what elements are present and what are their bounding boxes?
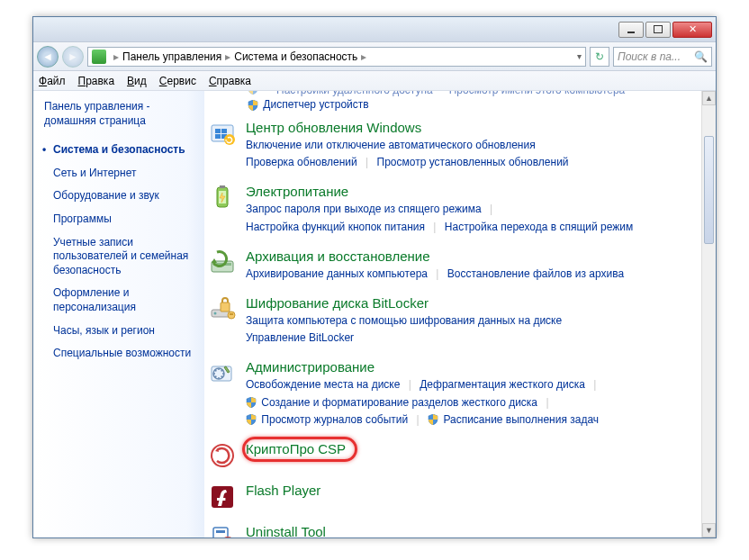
flash-icon <box>208 483 237 511</box>
category-power: Электропитание Запрос пароля при выходе … <box>208 184 701 235</box>
link-power-buttons[interactable]: Настройка функций кнопок питания <box>246 221 425 233</box>
svg-rect-9 <box>221 303 230 312</box>
uninstall-icon <box>208 524 237 537</box>
minimize-button[interactable] <box>618 22 644 38</box>
link-backup-data[interactable]: Архивирование данных компьютера <box>246 267 428 280</box>
svg-point-8 <box>214 312 217 314</box>
sidebar-item-users[interactable]: Учетные записи пользователей и семейная … <box>44 231 194 283</box>
breadcrumb-sep: ▸ <box>225 50 230 63</box>
cutoff-row: Настройки удаленного доступа Просмотр им… <box>208 91 701 96</box>
category-flash: Flash Player <box>208 483 701 511</box>
link-bitlocker-manage[interactable]: Управление BitLocker <box>246 331 354 344</box>
sidebar: Панель управления - домашняя страница Си… <box>33 91 204 537</box>
breadcrumb-sep: ▸ <box>113 50 119 63</box>
menu-tools[interactable]: Сервис <box>159 75 196 87</box>
link-pwd-wake[interactable]: Запрос пароля при выходе из спящего режи… <box>246 203 482 215</box>
sidebar-item-accessibility[interactable]: Специальные возможности <box>44 342 194 366</box>
navigation-bar: ◄ ► ▸ Панель управления ▸ Система и безо… <box>33 42 716 71</box>
link-auto-update[interactable]: Включение или отключение автоматического… <box>246 139 536 151</box>
address-dropdown[interactable]: ▾ <box>577 51 582 61</box>
menu-view[interactable]: Вид <box>127 75 147 87</box>
sidebar-item-appearance[interactable]: Оформление и персонализация <box>44 282 194 319</box>
link-check-updates[interactable]: Проверка обновлений <box>246 156 357 168</box>
control-panel-icon <box>92 50 106 64</box>
svg-rect-17 <box>216 530 225 533</box>
sidebar-item-network[interactable]: Сеть и Интернет <box>44 162 194 185</box>
breadcrumb-current[interactable]: Система и безопасность <box>234 50 357 63</box>
category-title[interactable]: Центр обновления Windows <box>246 120 701 135</box>
search-icon: 🔍 <box>694 50 708 63</box>
category-uninstall: Uninstall Tool <box>208 524 701 537</box>
window-body: Панель управления - домашняя страница Си… <box>33 91 716 537</box>
scroll-thumb[interactable] <box>704 136 714 244</box>
category-title[interactable]: Uninstall Tool <box>246 524 701 537</box>
menu-help[interactable]: Справка <box>209 75 251 87</box>
admin-icon <box>208 359 237 388</box>
link-sleep-mode[interactable]: Настройка перехода в спящий режим <box>445 221 633 233</box>
sidebar-item-system-security[interactable]: Система и безопасность <box>44 139 194 162</box>
search-input[interactable]: Поиск в па... 🔍 <box>613 47 712 67</box>
scroll-up-button[interactable]: ▲ <box>702 91 716 105</box>
svg-rect-3 <box>220 185 225 188</box>
search-placeholder: Поиск в па... <box>618 50 681 63</box>
scroll-down-button[interactable]: ▼ <box>702 523 716 537</box>
shield-icon <box>246 414 257 425</box>
link-free-space[interactable]: Освобождение места на диске <box>246 378 400 391</box>
menu-file[interactable]: Файл <box>39 75 66 87</box>
bitlocker-icon <box>208 295 237 324</box>
category-title[interactable]: Архивация и восстановление <box>246 248 701 264</box>
svg-rect-11 <box>230 313 233 315</box>
link-task-schedule[interactable]: Расписание выполнения задач <box>443 413 599 426</box>
category-title[interactable]: Электропитание <box>246 184 701 199</box>
link-defrag[interactable]: Дефрагментация жесткого диска <box>420 378 585 391</box>
link-compname[interactable]: Просмотр имени этого компьютера <box>449 91 626 96</box>
link-view-updates[interactable]: Просмотр установленных обновлений <box>377 156 569 168</box>
address-bar[interactable]: ▸ Панель управления ▸ Система и безопасн… <box>87 47 586 67</box>
cryptopro-icon <box>208 441 237 470</box>
menu-edit[interactable]: Правка <box>78 75 115 87</box>
link-restore-files[interactable]: Восстановление файлов из архива <box>447 267 624 280</box>
category-backup: Архивация и восстановление Архивирование… <box>208 248 701 283</box>
category-admin: Администрирование Освобождение места на … <box>208 359 701 429</box>
category-cryptopro: КриптоПро CSP <box>208 441 701 470</box>
sidebar-home-link[interactable]: Панель управления - домашняя страница <box>44 100 194 128</box>
category-title[interactable]: Шифрование диска BitLocker <box>246 295 701 311</box>
link-remote[interactable]: Настройки удаленного доступа <box>276 91 433 96</box>
titlebar: ✕ <box>33 17 716 42</box>
control-panel-window: ✕ ◄ ► ▸ Панель управления ▸ Система и бе… <box>32 16 717 538</box>
cutoff-row2: Диспетчер устройств <box>208 98 701 111</box>
backup-icon <box>208 248 237 277</box>
shield-icon <box>428 414 438 425</box>
refresh-button[interactable]: ↻ <box>590 47 609 67</box>
back-button[interactable]: ◄ <box>37 46 59 68</box>
category-title-cryptopro[interactable]: КриптоПро CSP <box>246 441 701 456</box>
forward-button[interactable]: ► <box>62 46 84 68</box>
vertical-scrollbar[interactable]: ▲ ▼ <box>701 91 716 537</box>
breadcrumb-sep: ▸ <box>361 50 366 63</box>
category-windows-update: Центр обновления Windows Включение или о… <box>208 120 701 171</box>
sidebar-item-clock[interactable]: Часы, язык и регион <box>44 320 194 343</box>
power-icon <box>208 184 237 212</box>
content-area: Настройки удаленного доступа Просмотр им… <box>204 91 716 537</box>
link-partitions[interactable]: Создание и форматирование разделов жестк… <box>261 396 537 409</box>
category-title[interactable]: Flash Player <box>246 483 701 498</box>
close-button[interactable]: ✕ <box>672 22 712 38</box>
shield-icon <box>248 91 258 96</box>
category-bitlocker: Шифрование диска BitLocker Защита компью… <box>208 295 701 347</box>
category-title[interactable]: Администрирование <box>246 359 701 375</box>
shield-icon <box>246 397 257 408</box>
sidebar-item-hardware[interactable]: Оборудование и звук <box>44 185 194 208</box>
link-bitlocker-protect[interactable]: Защита компьютера с помощью шифрования д… <box>246 314 562 327</box>
link-devmgr[interactable]: Диспетчер устройств <box>263 98 368 111</box>
sidebar-item-programs[interactable]: Программы <box>44 208 194 231</box>
maximize-button[interactable] <box>645 22 671 38</box>
breadcrumb-root[interactable]: Панель управления <box>122 50 221 63</box>
windows-update-icon <box>208 120 237 149</box>
shield-icon <box>248 100 258 111</box>
link-event-log[interactable]: Просмотр журналов событий <box>261 413 408 426</box>
menu-bar: Файл Правка Вид Сервис Справка <box>33 71 716 91</box>
